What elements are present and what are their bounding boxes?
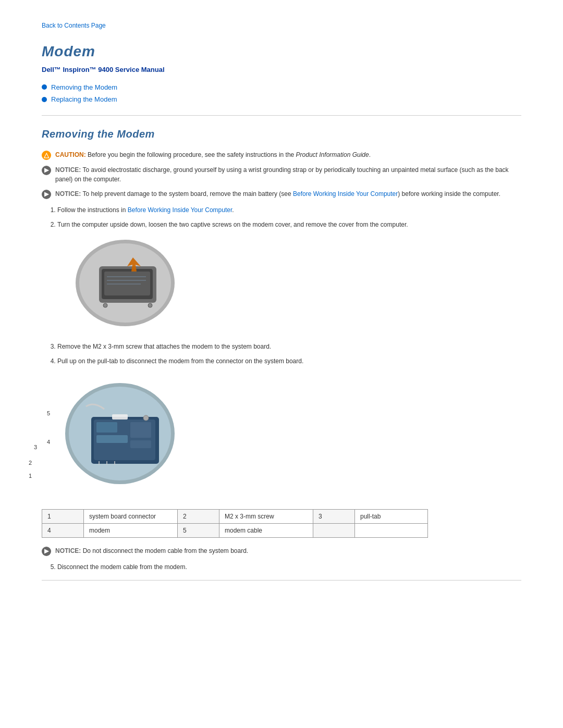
cell-4-label: modem: [84, 523, 178, 537]
cell-3-num: 3: [313, 509, 355, 523]
bullet-icon-1: [42, 84, 47, 90]
svg-rect-16: [96, 435, 128, 443]
steps-list: Follow the instructions in Before Workin…: [57, 205, 521, 229]
notice-block-1: ▶ NOTICE: To avoid electrostatic dischar…: [42, 165, 521, 184]
svg-rect-15: [96, 422, 117, 433]
callout-4-label: 4: [47, 438, 50, 447]
steps-list-3: Disconnect the modem cable from the mode…: [57, 562, 521, 572]
cell-1-num: 1: [42, 509, 84, 523]
callout-2-label: 2: [29, 459, 32, 467]
modem-board-diagram: [63, 380, 177, 487]
callout-labels: 5 4: [47, 409, 50, 455]
modem-cover-diagram: [73, 238, 177, 329]
svg-point-23: [143, 415, 149, 421]
callout-1-label: 1: [29, 472, 32, 480]
parts-table-element: 1 system board connector 2 M2 x 3-mm scr…: [42, 509, 428, 538]
cell-6-num: [313, 523, 355, 537]
nav-links: Removing the Modem Replacing the Modem: [42, 82, 521, 105]
cell-6-label: [355, 523, 428, 537]
section-title-removing: Removing the Modem: [42, 126, 521, 142]
cell-5-num: 5: [178, 523, 219, 537]
removing-section: Removing the Modem △ CAUTION: Before you…: [42, 126, 521, 572]
cell-4-num: 4: [42, 523, 84, 537]
steps-list-2: Remove the M2 x 3-mm screw that attaches…: [57, 342, 521, 366]
image-modem-cover: [73, 238, 521, 332]
svg-rect-4: [104, 272, 150, 295]
cell-3-label: pull-tab: [355, 509, 428, 523]
divider-top: [42, 115, 521, 116]
step-4: Pull up on the pull-tab to disconnect th…: [57, 356, 521, 366]
cell-2-num: 2: [178, 509, 219, 523]
table-row-2: 4 modem 5 modem cable: [42, 523, 428, 537]
nav-link-replacing[interactable]: Replacing the Modem: [51, 94, 117, 105]
callout-3-label: 3: [34, 443, 37, 452]
step1-link[interactable]: Before Working Inside Your Computer: [128, 206, 232, 214]
manual-title: Dell™ Inspiron™ 9400 Service Manual: [42, 65, 521, 75]
table-row-1: 1 system board connector 2 M2 x 3-mm scr…: [42, 509, 428, 523]
step-3: Remove the M2 x 3-mm screw that attaches…: [57, 342, 521, 351]
caution-icon: △: [42, 151, 51, 160]
notice-block-2: ▶ NOTICE: To help prevent damage to the …: [42, 189, 521, 199]
step-1: Follow the instructions in Before Workin…: [57, 205, 521, 215]
notice-text-1: NOTICE: To avoid electrostatic discharge…: [55, 165, 521, 184]
back-to-contents-link[interactable]: Back to Contents Page: [42, 21, 521, 30]
bullet-icon-2: [42, 97, 47, 102]
notice-block-3: ▶ NOTICE: Do not disconnect the modem ca…: [42, 546, 521, 556]
svg-point-9: [103, 303, 107, 307]
svg-point-10: [148, 303, 152, 307]
callout-5: 5: [47, 409, 50, 418]
notice-icon-1: ▶: [42, 166, 51, 175]
image-modem-board: 5 4 3 2 1: [63, 380, 177, 490]
notice-icon-3: ▶: [42, 547, 51, 556]
caution-text: CAUTION: Before you begin the following …: [55, 150, 371, 159]
svg-rect-19: [112, 414, 128, 419]
notice2-link[interactable]: Before Working Inside Your Computer: [293, 190, 398, 198]
parts-table: 1 system board connector 2 M2 x 3-mm scr…: [42, 509, 521, 538]
cell-1-label: system board connector: [84, 509, 178, 523]
cell-5-label: modem cable: [219, 523, 313, 537]
cell-2-label: M2 x 3-mm screw: [219, 509, 313, 523]
caution-block: △ CAUTION: Before you begin the followin…: [42, 150, 521, 160]
svg-rect-17: [130, 422, 151, 438]
notice-text-2: NOTICE: To help prevent damage to the sy…: [55, 189, 500, 199]
svg-rect-18: [130, 440, 151, 448]
nav-link-removing[interactable]: Removing the Modem: [51, 82, 117, 93]
notice-text-3: NOTICE: Do not disconnect the modem cabl…: [55, 546, 248, 556]
notice-icon-2: ▶: [42, 190, 51, 199]
divider-bottom: [42, 580, 521, 581]
step-2: Turn the computer upside down, loosen th…: [57, 220, 521, 229]
page-title: Modem: [42, 41, 521, 63]
step-5: Disconnect the modem cable from the mode…: [57, 562, 521, 572]
